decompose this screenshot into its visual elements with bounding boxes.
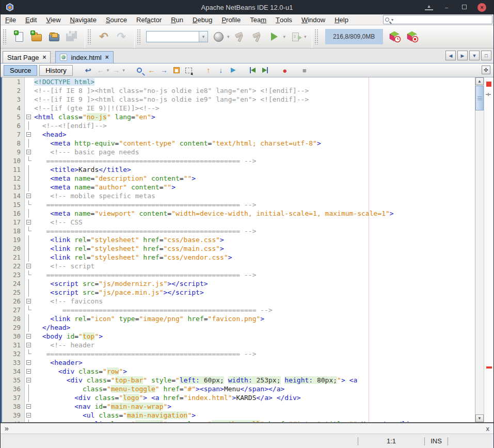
code-line[interactable]: 18 =====================================… bbox=[2, 227, 475, 235]
scroll-tabs-right-button[interactable]: ▶ bbox=[457, 51, 468, 60]
line-number[interactable]: 21 bbox=[2, 253, 25, 262]
toolbar-drag-handle[interactable] bbox=[314, 29, 318, 44]
fold-collapse-icon[interactable]: − bbox=[26, 334, 31, 339]
fold-collapse-icon[interactable]: − bbox=[26, 404, 31, 409]
code-line[interactable]: 11 <title>Kards</title> bbox=[2, 165, 475, 174]
line-number[interactable]: 12 bbox=[2, 174, 25, 183]
line-number[interactable]: 17 bbox=[2, 218, 25, 227]
scrollbar-thumb[interactable] bbox=[475, 86, 484, 110]
line-number[interactable]: 2 bbox=[2, 86, 25, 95]
fold-gutter-cell[interactable]: − bbox=[25, 411, 33, 420]
line-number[interactable]: 1 bbox=[2, 77, 25, 86]
menu-item-profile[interactable]: Profile bbox=[217, 14, 245, 25]
line-number[interactable]: 39 bbox=[2, 411, 25, 420]
new-file-button[interactable]: + bbox=[11, 29, 27, 44]
fold-gutter-cell[interactable]: − bbox=[25, 113, 33, 121]
menu-item-run[interactable]: Run bbox=[166, 14, 188, 25]
search-caret-icon[interactable]: ▾ bbox=[391, 18, 393, 22]
line-number[interactable]: 34 bbox=[2, 367, 25, 376]
scroll-up-button[interactable]: ▲ bbox=[475, 77, 484, 85]
fold-gutter-cell[interactable]: − bbox=[25, 297, 33, 306]
fold-gutter-cell[interactable] bbox=[25, 349, 33, 358]
menu-item-help[interactable]: Help bbox=[330, 14, 353, 25]
history-view-button[interactable]: History bbox=[39, 65, 72, 76]
line-number[interactable]: 24 bbox=[2, 279, 25, 288]
fold-collapse-icon[interactable]: − bbox=[26, 220, 31, 225]
line-number[interactable]: 16 bbox=[2, 209, 25, 218]
tab-index-html[interactable]: index.html× bbox=[55, 51, 113, 63]
line-number[interactable]: 6 bbox=[2, 121, 25, 130]
menu-item-navigate[interactable]: Navigate bbox=[66, 14, 101, 25]
fold-gutter-cell[interactable]: − bbox=[25, 191, 33, 200]
code-line[interactable]: 35− <div class="top-bar" style="left: 60… bbox=[2, 376, 475, 385]
fold-gutter-cell[interactable]: − bbox=[25, 332, 33, 341]
code-line[interactable]: 37 <div class="logo"> <a href="index.htm… bbox=[2, 393, 475, 402]
fold-gutter-cell[interactable]: − bbox=[25, 341, 33, 349]
code-line[interactable]: 24 <script src="js/modernizr.js"></scrip… bbox=[2, 279, 475, 288]
menu-item-debug[interactable]: Debug bbox=[188, 14, 217, 25]
fold-gutter-cell[interactable] bbox=[25, 183, 33, 191]
line-number[interactable]: 14 bbox=[2, 191, 25, 200]
browser-caret-icon[interactable]: ▾ bbox=[227, 34, 230, 39]
fold-collapse-icon[interactable]: − bbox=[26, 413, 31, 418]
fold-gutter-cell[interactable] bbox=[25, 165, 33, 174]
code-viewport[interactable]: 1<!DOCTYPE html>2<!--[if IE 8 ]><html cl… bbox=[2, 77, 475, 422]
fold-gutter-cell[interactable] bbox=[25, 314, 33, 323]
error-mark[interactable] bbox=[486, 82, 491, 87]
back-caret-icon[interactable]: ▾ bbox=[107, 68, 109, 73]
code-line[interactable]: 25 <script src="js/pace.min.js"></script… bbox=[2, 288, 475, 297]
line-number[interactable]: 20 bbox=[2, 244, 25, 253]
fold-gutter-cell[interactable]: − bbox=[25, 376, 33, 385]
code-line[interactable]: 20 <link rel="stylesheet" href="css/main… bbox=[2, 244, 475, 253]
restore-button[interactable] bbox=[462, 5, 467, 9]
menu-item-team[interactable]: Team bbox=[245, 14, 271, 25]
fold-gutter-cell[interactable] bbox=[25, 385, 33, 393]
menu-item-edit[interactable]: Edit bbox=[21, 14, 41, 25]
line-number[interactable]: 22 bbox=[2, 262, 25, 270]
line-number[interactable]: 38 bbox=[2, 402, 25, 411]
line-number[interactable]: 28 bbox=[2, 314, 25, 323]
line-number[interactable]: 10 bbox=[2, 156, 25, 165]
open-project-button[interactable] bbox=[46, 29, 62, 44]
fold-gutter-cell[interactable] bbox=[25, 121, 33, 130]
code-line[interactable]: 7− <head> bbox=[2, 130, 475, 139]
back-icon[interactable]: ← bbox=[94, 65, 107, 76]
fold-gutter-cell[interactable] bbox=[25, 139, 33, 148]
editor-area[interactable]: 1<!DOCTYPE html>2<!--[if IE 8 ]><html cl… bbox=[1, 77, 493, 422]
fold-gutter-cell[interactable] bbox=[25, 86, 33, 95]
fold-gutter-cell[interactable] bbox=[25, 270, 33, 279]
line-number[interactable]: 32 bbox=[2, 349, 25, 358]
close-tab-icon[interactable]: × bbox=[42, 54, 46, 61]
fold-gutter-cell[interactable]: − bbox=[25, 367, 33, 376]
quick-search-box[interactable]: ▾ bbox=[383, 15, 492, 24]
combo-caret-icon[interactable]: ▾ bbox=[199, 31, 208, 42]
error-stripe[interactable] bbox=[484, 77, 493, 422]
menu-item-source[interactable]: Source bbox=[101, 14, 132, 25]
code-line[interactable]: 40 <li class="current"><a class="smooths… bbox=[2, 420, 475, 422]
code-line[interactable]: 8 <meta http-equiv="content-type" conten… bbox=[2, 139, 475, 148]
code-line[interactable]: 10 =====================================… bbox=[2, 156, 475, 165]
code-line[interactable]: 9− <!--- basic page needs bbox=[2, 148, 475, 156]
fold-gutter-cell[interactable] bbox=[25, 174, 33, 183]
fold-collapse-icon[interactable]: − bbox=[26, 264, 31, 268]
code-line[interactable]: 23 =====================================… bbox=[2, 270, 475, 279]
code-line[interactable]: 14− <!-- mobile specific metas bbox=[2, 191, 475, 200]
toggle-highlight-icon[interactable] bbox=[170, 65, 183, 76]
code-line[interactable]: 34− <div class="row"> bbox=[2, 367, 475, 376]
code-line[interactable]: 4<!--[if (gte IE 9)|!(IE)]><!--> bbox=[2, 104, 475, 113]
code-line[interactable]: 30− <body id="top"> bbox=[2, 332, 475, 341]
code-line[interactable]: 29 </head> bbox=[2, 323, 475, 332]
previous-bookmark-icon[interactable]: ↑ bbox=[202, 65, 215, 76]
start-macro-recording-icon[interactable]: ● bbox=[279, 65, 291, 76]
shift-right-icon[interactable] bbox=[259, 65, 272, 76]
menu-item-window[interactable]: Window bbox=[297, 14, 330, 25]
expand-chevron-icon[interactable]: » bbox=[5, 424, 9, 433]
fold-gutter-cell[interactable] bbox=[25, 235, 33, 244]
menu-item-view[interactable]: View bbox=[41, 14, 65, 25]
close-tab-icon[interactable]: × bbox=[105, 54, 109, 61]
code-line[interactable]: 38− <nav id="main-nav-wrap"> bbox=[2, 402, 475, 411]
fold-collapse-icon[interactable]: − bbox=[26, 150, 31, 154]
next-bookmark-icon[interactable]: ↓ bbox=[215, 65, 227, 76]
save-all-button[interactable] bbox=[64, 29, 79, 44]
scroll-tabs-left-button[interactable]: ◀ bbox=[445, 51, 456, 60]
